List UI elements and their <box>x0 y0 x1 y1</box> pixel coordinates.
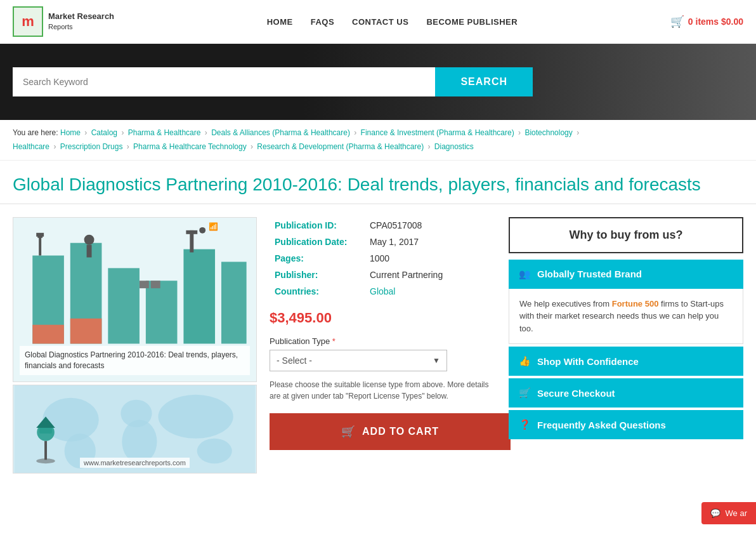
svg-point-11 <box>84 234 94 244</box>
breadcrumb-diagnostics[interactable]: Diagnostics <box>434 142 474 151</box>
breadcrumb-label: You are here: <box>13 128 58 137</box>
sidebar-column: Why to buy from us? 👥 Globally Trusted B… <box>509 217 743 474</box>
pub-type-label: Publication Type * <box>270 336 496 346</box>
price: $3,495.00 <box>270 310 496 326</box>
svg-rect-8 <box>39 236 41 255</box>
svg-rect-12 <box>87 244 92 257</box>
svg-point-24 <box>158 394 233 438</box>
svg-point-25 <box>197 438 232 463</box>
search-bar: SEARCH <box>13 67 533 96</box>
sidebar-header-trusted[interactable]: 👥 Globally Trusted Brand <box>509 260 743 289</box>
breadcrumb-home[interactable]: Home <box>60 128 81 137</box>
nav-publisher[interactable]: BECOME PUBLISHER <box>426 17 518 27</box>
pages-label: Pages: <box>270 250 365 267</box>
why-buy-box: Why to buy from us? <box>509 217 743 253</box>
meta-row-pages: Pages: 1000 <box>270 250 496 267</box>
meta-table: Publication ID: CPA0517008 Publication D… <box>270 217 496 300</box>
pub-id-value: CPA0517008 <box>365 217 496 234</box>
main-nav: HOME FAQS CONTACT US BECOME PUBLISHER <box>267 17 518 27</box>
cart-icon: 🛒 <box>670 15 684 29</box>
product-image-top: 📶 Global Diagnostics Partnering 2010-201… <box>13 217 257 382</box>
select-wrap[interactable]: - Select - ▼ <box>270 350 447 371</box>
search-input[interactable] <box>13 67 435 96</box>
meta-row-countries: Countries: Global <box>270 283 496 300</box>
meta-row-id: Publication ID: CPA0517008 <box>270 217 496 234</box>
pub-id-label: Publication ID: <box>270 217 365 234</box>
product-details-column: Publication ID: CPA0517008 Publication D… <box>270 217 496 474</box>
svg-rect-7 <box>70 318 102 343</box>
logo-text: Market ResearchReports <box>48 11 114 32</box>
pages-value: 1000 <box>365 250 496 267</box>
breadcrumb-deals[interactable]: Deals & Alliances (Pharma & Healthcare) <box>211 128 350 137</box>
map-url: www.marketresearchreports.com <box>80 458 190 468</box>
trusted-label: Globally Trusted Brand <box>537 268 642 279</box>
pub-type-select[interactable]: - Select - <box>270 350 426 371</box>
svg-rect-16 <box>186 230 197 234</box>
checkout-icon: 🛒 <box>519 387 531 399</box>
breadcrumb-biotech[interactable]: Biotechnology <box>525 128 572 137</box>
breadcrumb-pharma[interactable]: Pharma & Healthcare <box>128 128 201 137</box>
sidebar-header-checkout[interactable]: 🛒 Secure Checkout <box>509 378 743 408</box>
logo-icon: m <box>13 6 43 37</box>
confidence-icon: 👍 <box>519 355 531 367</box>
header: m Market ResearchReports HOME FAQS CONTA… <box>0 0 756 44</box>
search-button[interactable]: SEARCH <box>435 67 533 96</box>
pub-date-value: May 1, 2017 <box>365 234 496 250</box>
svg-point-17 <box>199 227 205 233</box>
main-content: 📶 Global Diagnostics Partnering 2010-201… <box>0 204 756 486</box>
sidebar-section-confidence: 👍 Shop With Confidence <box>509 347 743 376</box>
breadcrumb-healthcare[interactable]: Healthcare <box>13 142 49 151</box>
sidebar-header-faq[interactable]: ❓ Frequently Asked Questions <box>509 410 743 439</box>
nav-contact[interactable]: CONTACT US <box>352 17 408 27</box>
add-to-cart-button[interactable]: 🛒 ADD TO CART <box>270 413 511 450</box>
sidebar-header-confidence[interactable]: 👍 Shop With Confidence <box>509 347 743 376</box>
svg-text:📶: 📶 <box>209 221 218 230</box>
cart-area[interactable]: 🛒 0 items $0.00 <box>670 15 743 29</box>
breadcrumb: You are here: Home › Catalog › Pharma & … <box>0 120 756 161</box>
meta-row-publisher: Publisher: Current Partnering <box>270 267 496 283</box>
svg-rect-6 <box>32 324 64 343</box>
meta-row-date: Publication Date: May 1, 2017 <box>270 234 496 250</box>
breadcrumb-pharmatech[interactable]: Pharma & Healthcare Technology <box>133 142 247 151</box>
required-asterisk: * <box>332 336 336 346</box>
product-image-bottom: www.marketresearchreports.com <box>13 385 257 474</box>
svg-rect-3 <box>146 281 178 343</box>
confidence-label: Shop With Confidence <box>537 356 639 367</box>
svg-rect-14 <box>151 281 160 288</box>
breadcrumb-rd[interactable]: Research & Development (Pharma & Healthc… <box>257 142 424 151</box>
sidebar-section-checkout: 🛒 Secure Checkout <box>509 378 743 408</box>
page-title-area: Global Diagnostics Partnering 2010-2016:… <box>0 161 756 204</box>
breadcrumb-finance[interactable]: Finance & Investment (Pharma & Healthcar… <box>361 128 514 137</box>
product-image-column: 📶 Global Diagnostics Partnering 2010-201… <box>13 217 257 474</box>
nav-home[interactable]: HOME <box>267 17 293 27</box>
cart-btn-icon: 🛒 <box>341 425 356 439</box>
svg-point-23 <box>122 420 157 463</box>
svg-point-28 <box>36 458 55 463</box>
faq-label: Frequently Asked Questions <box>537 420 666 430</box>
trusted-icon: 👥 <box>519 268 531 280</box>
sidebar-section-faq: ❓ Frequently Asked Questions <box>509 410 743 439</box>
add-to-cart-label: ADD TO CART <box>362 426 439 437</box>
sidebar-section-trusted: 👥 Globally Trusted Brand We help executi… <box>509 260 743 345</box>
hero-banner: SEARCH <box>0 44 756 120</box>
why-buy-label: Why to buy from us? <box>570 229 683 241</box>
publisher-value: Current Partnering <box>365 267 496 283</box>
fortune-500: Fortune 500 <box>612 299 659 308</box>
svg-rect-10 <box>36 232 44 236</box>
logo[interactable]: m Market ResearchReports <box>13 6 114 37</box>
page-title: Global Diagnostics Partnering 2010-2016:… <box>13 173 743 196</box>
breadcrumb-prescription[interactable]: Prescription Drugs <box>60 142 123 151</box>
countries-value: Global <box>365 283 496 300</box>
license-note: Please choose the suitable license type … <box>270 379 496 402</box>
select-arrow-icon: ▼ <box>426 356 446 365</box>
breadcrumb-catalog[interactable]: Catalog <box>91 128 117 137</box>
nav-faqs[interactable]: FAQS <box>311 17 334 27</box>
product-caption: Global Diagnostics Partnering 2010-2016:… <box>20 346 250 375</box>
countries-label: Countries: <box>270 283 365 300</box>
publisher-label: Publisher: <box>270 267 365 283</box>
svg-rect-13 <box>140 281 149 288</box>
svg-rect-4 <box>183 249 215 343</box>
sidebar-body-trusted: We help executives from Fortune 500 firm… <box>509 289 743 345</box>
svg-rect-5 <box>221 262 247 343</box>
svg-rect-2 <box>108 268 140 343</box>
